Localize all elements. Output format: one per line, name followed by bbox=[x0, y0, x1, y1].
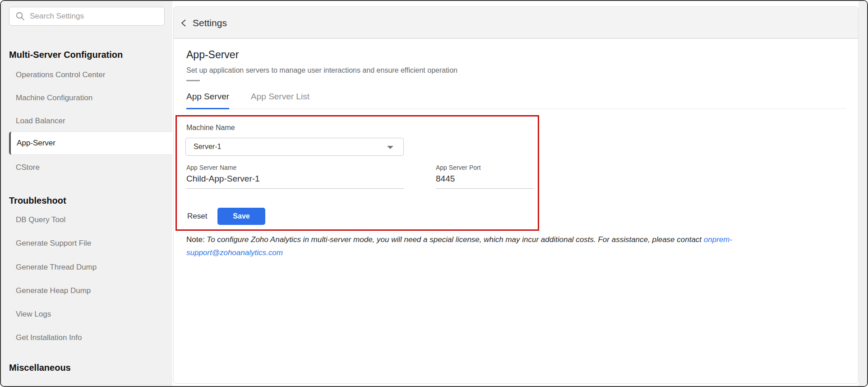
main-right-margin bbox=[859, 1, 867, 386]
app-server-port-field: App Server Port bbox=[436, 164, 534, 189]
sidebar-item-view-logs[interactable]: View Logs bbox=[1, 303, 172, 326]
app-window: Multi-Server Configuration Operations Co… bbox=[0, 0, 868, 387]
tab-app-server[interactable]: App Server bbox=[186, 92, 229, 109]
machine-name-label: Machine Name bbox=[186, 124, 235, 132]
subtitle-divider bbox=[186, 80, 200, 81]
sidebar-item-generate-thread-dump[interactable]: Generate Thread Dump bbox=[1, 256, 172, 279]
reset-button[interactable]: Reset bbox=[185, 208, 210, 225]
settings-header-bar: Settings bbox=[173, 6, 859, 38]
back-chevron-icon bbox=[180, 18, 189, 28]
sidebar-item-machine-configuration[interactable]: Machine Configuration bbox=[1, 86, 172, 110]
back-to-settings[interactable]: Settings bbox=[180, 7, 227, 39]
note-text: Note: To configure Zoho Analytics in mul… bbox=[186, 233, 786, 259]
app-server-name-input[interactable] bbox=[186, 174, 404, 189]
search-icon bbox=[15, 11, 25, 21]
page-subtitle: Set up application servers to manage use… bbox=[186, 66, 457, 75]
sidebar-item-get-installation-info[interactable]: Get Installation Info bbox=[1, 326, 172, 350]
app-server-name-field: App Server Name bbox=[186, 164, 404, 189]
page-title: App-Server bbox=[186, 49, 239, 61]
sidebar-item-app-server[interactable]: App-Server bbox=[9, 131, 172, 155]
sidebar-item-operations-control-center[interactable]: Operations Control Center bbox=[1, 63, 172, 87]
tab-bar: App Server App Server List bbox=[186, 92, 846, 109]
dropdown-caret-icon bbox=[387, 146, 393, 149]
machine-name-value: Server-1 bbox=[194, 143, 221, 151]
app-server-name-label: App Server Name bbox=[186, 164, 404, 171]
search-input[interactable] bbox=[30, 12, 152, 21]
sidebar-item-cstore[interactable]: CStore bbox=[1, 156, 172, 179]
section-heading-miscellaneous: Miscellaneous bbox=[9, 361, 71, 374]
app-server-port-input[interactable] bbox=[436, 174, 534, 189]
settings-sidebar: Multi-Server Configuration Operations Co… bbox=[1, 1, 172, 386]
machine-name-select[interactable]: Server-1 bbox=[185, 138, 404, 156]
sidebar-item-generate-support-file[interactable]: Generate Support File bbox=[1, 232, 172, 255]
app-server-panel: App-Server Set up application servers to… bbox=[173, 38, 859, 384]
sidebar-item-db-query-tool[interactable]: DB Query Tool bbox=[1, 208, 172, 232]
note-prefix: Note: bbox=[186, 235, 205, 244]
header-title: Settings bbox=[193, 18, 227, 28]
section-heading-multi-server-configuration: Multi-Server Configuration bbox=[9, 48, 123, 61]
sidebar-item-load-balancer[interactable]: Load Balancer bbox=[1, 109, 172, 133]
sidebar-item-generate-heap-dump[interactable]: Generate Heap Dump bbox=[1, 279, 172, 303]
main-area: Settings App-Server Set up application s… bbox=[172, 1, 867, 386]
tab-app-server-list[interactable]: App Server List bbox=[251, 92, 309, 109]
search-settings-box[interactable] bbox=[9, 7, 165, 26]
note-body: To configure Zoho Analytics in multi-ser… bbox=[205, 235, 704, 244]
save-button[interactable]: Save bbox=[217, 208, 265, 225]
app-server-port-label: App Server Port bbox=[436, 164, 534, 171]
section-heading-troubleshoot: Troubleshoot bbox=[9, 194, 66, 207]
